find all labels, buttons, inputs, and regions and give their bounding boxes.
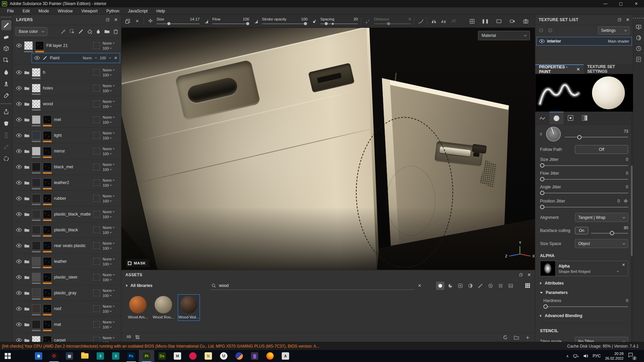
layer-name[interactable]: rubber (54, 196, 66, 201)
material-picker-tool-icon[interactable] (1, 90, 11, 101)
layer-visibility-toggle[interactable] (16, 181, 22, 185)
jitter-slider[interactable] (540, 177, 628, 181)
viewport-display-icon[interactable] (495, 18, 502, 24)
blend-mode-dropdown[interactable]: Norm (103, 68, 119, 72)
layer-row[interactable]: leatherNorm100 (13, 254, 121, 269)
add-asset-icon[interactable]: ＋ (525, 335, 530, 340)
delete-layer-icon[interactable] (113, 29, 118, 34)
texture-set-settings-dropdown[interactable]: Settings (598, 26, 630, 35)
layer-thumbnail[interactable] (32, 115, 41, 124)
jitter-slider[interactable] (540, 191, 628, 195)
blend-mode-dropdown[interactable]: Norm (103, 178, 119, 182)
flow-jitter-control[interactable]: Flow Jitter0 (540, 171, 628, 181)
layer-thumbnail[interactable] (32, 210, 41, 219)
falloff-curve-icon[interactable] (417, 18, 424, 24)
layer-name[interactable]: light (54, 133, 62, 138)
layer-mask-thumbnail[interactable] (43, 257, 52, 266)
assets-search-input[interactable]: wood (210, 282, 415, 290)
opacity-dropdown[interactable]: 100 (103, 105, 119, 109)
layer-name[interactable]: roof (54, 306, 61, 311)
blend-mode-dropdown[interactable]: Norm (103, 210, 119, 214)
layer-name[interactable]: h (43, 70, 45, 75)
log-icon[interactable] (636, 56, 642, 62)
layer-row[interactable]: hNorm100 (13, 65, 121, 80)
blend-mode-opacity[interactable]: Norm100 (103, 241, 119, 250)
opacity-dropdown[interactable]: 100 (103, 215, 119, 219)
libraries-selector[interactable]: All libraries (126, 283, 207, 288)
orbit-tool-icon[interactable] (1, 154, 11, 164)
taskbar-game-app[interactable]: ▓ (247, 350, 262, 362)
opacity-dropdown[interactable]: 100 (103, 231, 119, 235)
network-icon[interactable] (573, 353, 579, 359)
brush-preset-icon[interactable] (147, 18, 154, 24)
layer-name[interactable]: plastic_steer (54, 275, 77, 280)
minimize-button[interactable]: — (598, 0, 613, 7)
taskbar-firefox-browser[interactable] (262, 350, 278, 362)
blend-mode-opacity[interactable]: Norm100 (103, 41, 119, 50)
layer-row-fill[interactable]: Fill layer 21Norm100PaintNorm100✕ (13, 38, 121, 65)
layer-row[interactable]: leather2Norm100 (13, 175, 121, 191)
add-folder-icon[interactable] (104, 29, 110, 34)
paint-tool-icon[interactable] (1, 20, 11, 30)
fill-bucket-icon[interactable] (87, 29, 92, 34)
asset-material[interactable]: Wood Rou... (152, 294, 174, 321)
filter-materials-icon[interactable] (436, 282, 444, 290)
layer-thumbnail[interactable] (32, 226, 41, 234)
layer-visibility-toggle[interactable] (16, 275, 22, 279)
layer-name[interactable]: met (54, 117, 61, 122)
display-settings-icon[interactable] (636, 24, 642, 30)
filter-filters-icon[interactable] (466, 282, 475, 290)
filter-smart-materials-icon[interactable] (446, 282, 454, 290)
angle-jitter-control[interactable]: Angle Jitter0 (540, 185, 628, 195)
filter-alphas-icon[interactable] (486, 282, 495, 290)
blend-mode-dropdown[interactable]: Norm (103, 273, 119, 277)
mask-slot-placeholder[interactable] (93, 211, 100, 218)
layer-mask-thumbnail[interactable] (43, 241, 52, 250)
layer-row[interactable]: metNorm100 (13, 112, 121, 128)
size-falloff-icon[interactable] (203, 18, 209, 24)
mask-slot-placeholder[interactable] (93, 116, 100, 123)
clock[interactable]: 20:28 26.02.2022 (605, 351, 624, 361)
blend-mode-dropdown[interactable]: Norm (103, 115, 119, 119)
taskbar-substance-painter-app[interactable]: Pt (139, 350, 154, 362)
tab-texture-set-settings[interactable]: TEXTURE SET SETTINGS (584, 64, 633, 74)
layer-visibility-toggle[interactable] (16, 228, 22, 232)
tiling-mode-dropdown[interactable]: No Tiling (575, 337, 628, 342)
pick-material-icon[interactable] (69, 29, 75, 34)
blend-mode-opacity[interactable]: Norm100 (103, 304, 119, 313)
blend-mode-dropdown[interactable]: Norm (103, 100, 119, 104)
material-preview[interactable] (584, 74, 633, 112)
mask-slot-placeholder[interactable] (93, 164, 100, 170)
blend-mode-opacity[interactable]: Norm100 (103, 115, 119, 124)
action-center-icon[interactable]: 2 (628, 352, 635, 360)
blend-mode-dropdown[interactable]: Norm (103, 41, 119, 45)
stroke-opacity-control[interactable]: Stroke opacity100 (262, 17, 308, 25)
opacity-dropdown[interactable]: 100 (103, 120, 119, 124)
layer-name[interactable]: plastic_black (54, 228, 78, 232)
angle-dial[interactable] (546, 127, 561, 141)
blend-mode-dropdown[interactable]: Norm (103, 304, 119, 308)
layer-row[interactable]: matNorm100 (13, 317, 121, 333)
layer-visibility-toggle[interactable] (16, 291, 22, 295)
taskbar-unreal-engine-app[interactable]: U (216, 350, 231, 362)
advanced-blending-collapse[interactable]: Advanced Blending (540, 313, 628, 318)
layer-row[interactable]: black_metNorm100 (13, 159, 121, 175)
mask-slot-placeholder[interactable] (93, 258, 100, 265)
opacity-dropdown[interactable]: 100 (103, 73, 119, 77)
filter-brushes-icon[interactable] (476, 282, 485, 290)
layer-visibility-toggle[interactable] (16, 307, 22, 311)
blend-mode-opacity[interactable]: Norm100 (103, 336, 119, 342)
menu-javascript[interactable]: JavaScript (124, 8, 152, 14)
taskbar-3dsmax-app-2[interactable]: 3 (108, 350, 123, 362)
axis-gizmo[interactable]: Y X Z (504, 241, 535, 265)
layer-name[interactable]: mat (54, 322, 61, 327)
list-view-detail-icon[interactable] (135, 335, 140, 340)
layer-mask-thumbnail[interactable] (43, 163, 52, 171)
grid-view-icon[interactable] (525, 283, 530, 288)
spacing-slider[interactable] (320, 22, 358, 25)
backface-angle-slider[interactable] (591, 231, 628, 235)
menu-python[interactable]: Python (102, 8, 124, 14)
layer-row[interactable]: plastic_blackNorm100 (13, 222, 121, 238)
blend-mode-dropdown[interactable]: Norm (103, 241, 119, 245)
position-jitter-control[interactable]: Position Jitter0 (540, 198, 628, 209)
